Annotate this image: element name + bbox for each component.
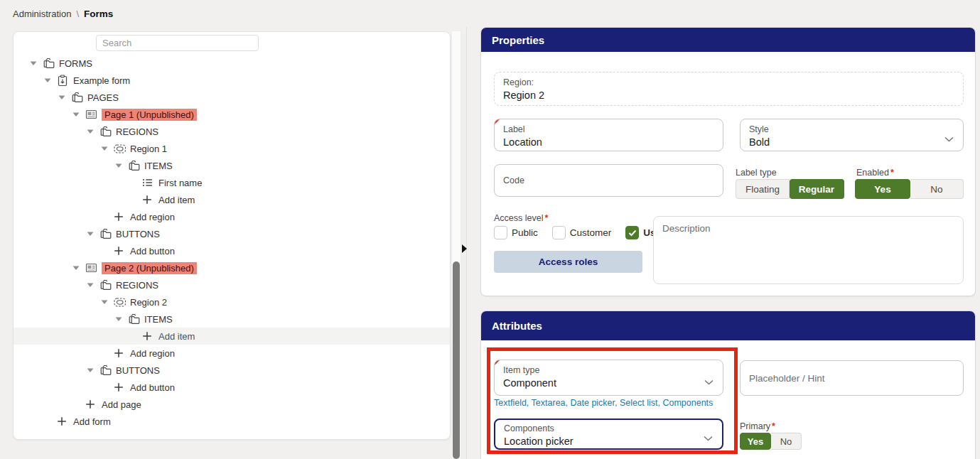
expander-icon[interactable] — [115, 163, 128, 168]
tree-row-example-form[interactable]: Example form — [14, 72, 450, 89]
label-type-toggle: Floating Regular — [736, 179, 844, 199]
tree-row-add-button[interactable]: Add button — [14, 242, 450, 259]
tree-label: REGIONS — [116, 280, 158, 291]
textarea-link[interactable]: Textarea — [532, 398, 571, 408]
scrollbar-thumb[interactable] — [453, 261, 460, 459]
enabled-no-button[interactable]: No — [910, 179, 964, 199]
tree-row-buttons[interactable]: BUTTONS — [14, 225, 450, 242]
tree-row-items[interactable]: ITEMS — [14, 310, 450, 328]
required-marker: * — [890, 168, 894, 178]
code-field[interactable]: Code — [494, 164, 723, 197]
tree-row-add-region[interactable]: Add region — [14, 208, 450, 225]
panel-splitter[interactable] — [466, 27, 467, 459]
components-select[interactable]: Components Location picker — [494, 418, 723, 450]
expander-icon[interactable] — [87, 129, 99, 134]
plus-icon — [57, 416, 70, 426]
form-tree-panel: FORMSExample formPAGESPage 1 (Unpublishe… — [13, 31, 451, 440]
label-type-floating-button[interactable]: Floating — [736, 179, 790, 199]
tree-row-regions[interactable]: REGIONS — [14, 276, 450, 293]
tree-row-add-region[interactable]: Add region — [14, 345, 450, 362]
required-marker: * — [544, 213, 548, 223]
user-checkbox[interactable] — [625, 226, 639, 239]
splitter-collapse-icon[interactable] — [462, 244, 467, 253]
expander-icon[interactable] — [72, 112, 85, 117]
expander-icon[interactable] — [101, 299, 114, 305]
primary-label: Primary* — [740, 421, 775, 431]
description-textarea[interactable] — [653, 216, 964, 284]
tree-row-page-2-unpublished[interactable]: Page 2 (Unpublished) — [14, 259, 450, 276]
tree-row-add-page[interactable]: Add page — [14, 396, 450, 413]
page-icon — [85, 262, 99, 274]
enabled-yes-button[interactable]: Yes — [855, 179, 910, 199]
page-icon — [85, 109, 99, 120]
access-roles-button[interactable]: Access roles — [494, 251, 642, 273]
tree-row-add-item[interactable]: Add item — [14, 328, 450, 345]
item-type-label: Item type — [503, 364, 714, 376]
select-list-link[interactable]: Select list — [620, 398, 662, 408]
attributes-panel: Attributes Item type Component Textfield… — [480, 310, 976, 459]
customer-checkbox-label[interactable]: Customer — [570, 227, 612, 238]
tree-row-add-item[interactable]: Add item — [14, 191, 450, 208]
item-type-select[interactable]: Item type Component — [494, 360, 723, 396]
tree-row-forms[interactable]: FORMS — [14, 55, 450, 72]
required-marker: * — [772, 421, 775, 431]
chevron-down-icon — [704, 375, 714, 388]
tree-row-region-1[interactable]: Region 1 — [14, 140, 450, 157]
tree-row-pages[interactable]: PAGES — [14, 89, 450, 106]
expander-icon[interactable] — [72, 265, 85, 271]
breadcrumb-separator: \ — [76, 9, 79, 19]
tree-row-add-button[interactable]: Add button — [14, 379, 450, 396]
tree-label: Add form — [73, 416, 111, 427]
item-type-quick-links: Textfield Textarea Date picker Select li… — [494, 398, 713, 408]
check-icon — [628, 230, 637, 237]
tree-label: Add page — [102, 399, 141, 410]
label-field[interactable]: Label Location — [494, 119, 723, 151]
date-picker-link[interactable]: Date picker — [571, 398, 620, 408]
folder-icon — [99, 228, 113, 239]
tree-label: First name — [158, 178, 202, 188]
expander-icon[interactable] — [30, 60, 43, 66]
components-value: Location picker — [504, 436, 714, 447]
tree-label: Add region — [130, 212, 175, 222]
tree-label: Page 1 (Unpublished) — [102, 109, 197, 121]
expander-icon[interactable] — [87, 367, 99, 373]
attributes-header: Attributes — [481, 311, 975, 340]
plus-icon — [114, 348, 127, 358]
primary-no-button[interactable]: No — [771, 433, 802, 450]
expander-icon[interactable] — [87, 231, 99, 237]
expander-icon[interactable] — [101, 146, 114, 151]
public-checkbox[interactable] — [494, 226, 507, 239]
style-select[interactable]: Style Bold — [740, 119, 964, 151]
tree-row-add-form[interactable]: Add form — [14, 413, 450, 430]
tree-label: ITEMS — [144, 161, 173, 171]
form-icon — [57, 75, 70, 87]
tree-label: Region 2 — [130, 297, 167, 308]
tree-row-first-name[interactable]: First name — [14, 174, 450, 191]
plus-icon — [142, 331, 156, 341]
tree-label: Add region — [130, 348, 175, 359]
expander-icon[interactable] — [87, 282, 99, 288]
tree-row-region-2[interactable]: Region 2 — [14, 293, 450, 310]
expander-icon[interactable] — [115, 316, 128, 322]
tree-row-page-1-unpublished[interactable]: Page 1 (Unpublished) — [14, 106, 450, 123]
customer-checkbox[interactable] — [552, 226, 566, 239]
folder-icon — [99, 126, 113, 137]
tree-row-regions[interactable]: REGIONS — [14, 123, 450, 140]
breadcrumb: Administration\Forms — [13, 9, 113, 19]
public-checkbox-label[interactable]: Public — [512, 227, 538, 238]
tree-label: ITEMS — [144, 314, 173, 325]
tree-row-buttons[interactable]: BUTTONS — [14, 362, 450, 379]
expander-icon[interactable] — [44, 77, 57, 83]
breadcrumb-section[interactable]: Administration — [13, 9, 71, 19]
enabled-label: Enabled* — [856, 168, 894, 178]
components-link[interactable]: Components — [662, 398, 713, 408]
search-input[interactable] — [96, 35, 259, 51]
folder-icon — [128, 160, 141, 171]
label-type-regular-button[interactable]: Regular — [790, 179, 844, 199]
primary-yes-button[interactable]: Yes — [740, 433, 771, 450]
expander-icon[interactable] — [58, 94, 71, 100]
placeholder-hint-input[interactable] — [740, 360, 964, 396]
region-value: Region 2 — [503, 90, 954, 101]
textfield-link[interactable]: Textfield — [494, 398, 532, 408]
tree-row-items[interactable]: ITEMS — [14, 157, 450, 174]
